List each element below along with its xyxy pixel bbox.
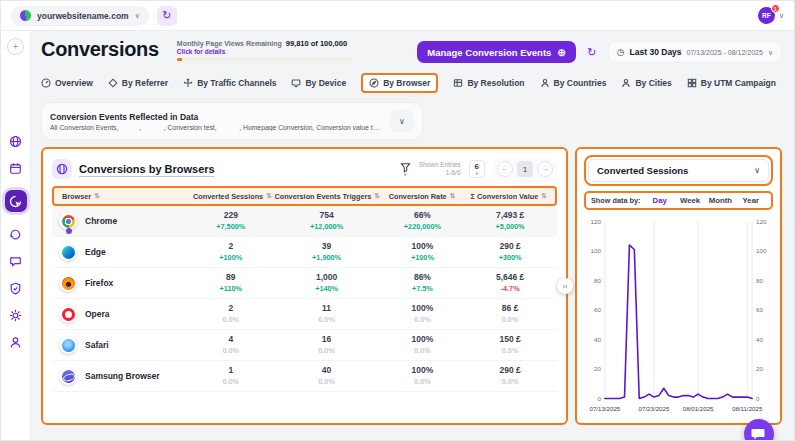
- page-title: Conversions: [41, 38, 159, 61]
- analytics-globe-icon[interactable]: [8, 133, 24, 149]
- referrer-icon: [108, 78, 118, 88]
- prev-page-button[interactable]: ←: [497, 161, 513, 177]
- tab-by-cities[interactable]: By Cities: [621, 78, 671, 88]
- table-row[interactable]: Edge 2+100% 39+1,900% 100%+100% 290 £+30…: [52, 237, 557, 268]
- account-area[interactable]: RF 1 ∨: [758, 7, 784, 24]
- page-size-select[interactable]: 6 ∨: [469, 160, 485, 178]
- svg-text:07/13/2025: 07/13/2025: [589, 405, 620, 412]
- page-views-value: 99,810 of 100,000: [286, 39, 347, 48]
- sort-icon: ⇅: [94, 192, 99, 200]
- granularity-day[interactable]: Day: [644, 196, 674, 205]
- granularity-week[interactable]: Week: [675, 196, 705, 205]
- calendar-icon[interactable]: [8, 160, 24, 176]
- column-header-conversion-value[interactable]: Σ Conversion Value⇅: [462, 192, 555, 201]
- pagination: ← 1 →: [493, 159, 557, 179]
- table-title: Conversions by Browsers: [79, 163, 215, 175]
- granularity-year[interactable]: Year: [736, 196, 766, 205]
- firefox-icon: [59, 274, 77, 292]
- svg-text:40: 40: [756, 336, 763, 343]
- svg-text:120: 120: [590, 218, 601, 225]
- page-views-progress: [177, 58, 352, 61]
- table-row[interactable]: Samsung Browser 10.0% 400.0% 100%0.0% 29…: [52, 361, 557, 392]
- browser-icon: [369, 78, 379, 88]
- tab-by-device[interactable]: By Device: [291, 78, 346, 88]
- site-selector[interactable]: yourwebsitename.com ∨: [11, 6, 149, 26]
- sort-icon: ⇅: [374, 192, 379, 200]
- tab-overview[interactable]: Overview: [41, 78, 93, 88]
- sort-icon: ⇅: [266, 192, 271, 200]
- main-content: Conversions Monthly Page Views Remaining…: [31, 31, 794, 441]
- traffic-channels-icon: [183, 78, 193, 88]
- visitors-icon[interactable]: [8, 334, 24, 350]
- svg-text:0: 0: [756, 395, 760, 402]
- table-row[interactable]: Opera 20.0% 110.0% 100%0.0% 86 £0.0%: [52, 299, 557, 330]
- resolution-icon: [453, 78, 463, 88]
- date-range-label: Last 30 Days: [630, 47, 682, 57]
- panel-resize-handle[interactable]: ‹›: [557, 278, 573, 294]
- conversions-icon[interactable]: [5, 190, 27, 212]
- refresh-icon: ↻: [162, 9, 171, 22]
- funnels-icon[interactable]: [8, 226, 24, 242]
- refresh-data-button[interactable]: ↻: [582, 42, 602, 62]
- tab-by-utm-campaign[interactable]: By UTM Campaign: [687, 78, 776, 88]
- svg-text:20: 20: [756, 365, 763, 372]
- chevron-down-icon: ∨: [475, 171, 479, 176]
- conversion-events-banner: Conversion Events Reflected in Data All …: [41, 102, 423, 140]
- add-site-icon[interactable]: ＋: [7, 38, 24, 55]
- settings-gear-icon[interactable]: [8, 307, 24, 323]
- page-views-details-link[interactable]: Click for details: [177, 48, 352, 55]
- tab-by-referrer[interactable]: By Referrer: [108, 78, 168, 88]
- table-row[interactable]: Firefox 89+110% 1,000+140% 86%+7.5% 5,64…: [52, 268, 557, 299]
- overview-icon: [41, 78, 51, 88]
- column-header-conversion-events-triggers[interactable]: Conversion Events Triggers⇅: [273, 192, 382, 201]
- filter-funnel-icon[interactable]: ∨: [400, 162, 411, 177]
- feedback-chat-icon[interactable]: [8, 253, 24, 269]
- table-row[interactable]: Chrome 229+7,500% 754+12,000% 66%+220,00…: [52, 206, 557, 237]
- safari-icon: [59, 336, 77, 354]
- report-tabs: Overview By Referrer By Traffic Channels…: [41, 73, 782, 93]
- svg-text:120: 120: [756, 218, 767, 225]
- refresh-site-button[interactable]: ↻: [157, 6, 177, 26]
- column-header-browser[interactable]: Browser⇅: [54, 192, 192, 201]
- manage-conversion-events-button[interactable]: Manage Conversion Events ⊕: [417, 41, 575, 63]
- tab-by-browser[interactable]: By Browser: [361, 73, 438, 93]
- tab-by-resolution[interactable]: By Resolution: [453, 78, 524, 88]
- tab-by-traffic-channels[interactable]: By Traffic Channels: [183, 78, 276, 88]
- conversions-table-card: Conversions by Browsers ∨ Shown Entries …: [41, 147, 568, 425]
- edge-icon: [59, 243, 77, 261]
- svg-text:0: 0: [597, 395, 601, 402]
- column-header-conversion-rate[interactable]: Conversion Rate⇅: [382, 192, 463, 201]
- metric-select[interactable]: Converted Sessions ∨: [588, 159, 769, 182]
- site-favicon-icon: [20, 10, 31, 21]
- chat-icon: [751, 427, 765, 441]
- privacy-shield-icon[interactable]: [8, 280, 24, 296]
- opera-icon: [59, 305, 77, 323]
- app-screen: yourwebsitename.com ∨ ↻ RF 1 ∨ ＋: [0, 0, 795, 441]
- sidebar: ＋: [1, 31, 31, 441]
- date-range-picker[interactable]: ◷ Last 30 Days 07/13/2025 - 08/12/2025 ∨: [608, 41, 782, 63]
- svg-text:100: 100: [756, 247, 767, 254]
- device-icon: [291, 78, 301, 88]
- chrome-icon: [59, 212, 77, 230]
- column-header-converted-sessions[interactable]: Converted Sessions⇅: [192, 192, 273, 201]
- manage-button-label: Manage Conversion Events: [427, 47, 551, 58]
- utm-campaign-icon: [687, 78, 697, 88]
- browsers-card-icon: [52, 159, 72, 179]
- chevron-down-icon: ∨: [399, 117, 405, 126]
- avatar[interactable]: RF 1: [758, 7, 775, 24]
- banner-expand-button[interactable]: ∨: [390, 110, 414, 132]
- samsung-browser-icon: [59, 367, 77, 385]
- next-page-button[interactable]: →: [537, 161, 553, 177]
- clock-icon: ◷: [617, 47, 625, 57]
- cities-icon: [621, 78, 631, 88]
- top-bar: yourwebsitename.com ∨ ↻ RF 1 ∨: [1, 1, 794, 31]
- banner-subtitle: All Conversion Events, , , Conversion te…: [50, 124, 382, 131]
- chat-support-button[interactable]: [744, 419, 774, 441]
- tab-by-countries[interactable]: By Countries: [540, 78, 607, 88]
- granularity-month[interactable]: Month: [705, 196, 735, 205]
- svg-text:08/11/2025: 08/11/2025: [732, 405, 763, 412]
- chevron-down-icon: ∨: [754, 167, 760, 175]
- chevron-down-icon: ∨: [135, 12, 140, 19]
- table-row[interactable]: Safari 40.0% 160.0% 100%0.0% 150 £0.0%: [52, 330, 557, 361]
- chevron-down-icon: ∨: [779, 12, 784, 19]
